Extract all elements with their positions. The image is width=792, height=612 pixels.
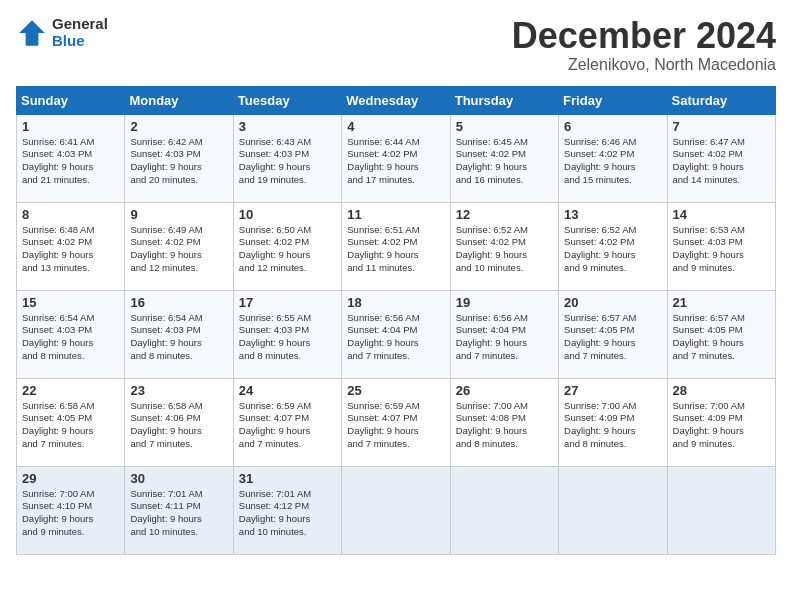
calendar-cell: 31Sunrise: 7:01 AMSunset: 4:12 PMDayligh… <box>233 466 341 554</box>
calendar-cell: 8Sunrise: 6:48 AMSunset: 4:02 PMDaylight… <box>17 202 125 290</box>
location-title: Zelenikovo, North Macedonia <box>512 56 776 74</box>
cell-line: and 10 minutes. <box>130 526 227 539</box>
cell-line: Sunset: 4:02 PM <box>239 236 336 249</box>
logo-text: General Blue <box>52 16 108 49</box>
cell-line: Daylight: 9 hours <box>456 249 553 262</box>
calendar-cell: 1Sunrise: 6:41 AMSunset: 4:03 PMDaylight… <box>17 114 125 202</box>
cell-line: and 10 minutes. <box>456 262 553 275</box>
cell-line: Sunrise: 6:57 AM <box>673 312 770 325</box>
cell-line: Sunset: 4:09 PM <box>673 412 770 425</box>
cell-line: Daylight: 9 hours <box>130 249 227 262</box>
cell-line: Daylight: 9 hours <box>673 425 770 438</box>
cell-line: Sunrise: 6:52 AM <box>456 224 553 237</box>
logo: General Blue <box>16 16 108 49</box>
cell-line: Sunset: 4:02 PM <box>456 148 553 161</box>
calendar-cell: 25Sunrise: 6:59 AMSunset: 4:07 PMDayligh… <box>342 378 450 466</box>
header-sunday: Sunday <box>17 86 125 114</box>
cell-line: Daylight: 9 hours <box>347 161 444 174</box>
day-number: 11 <box>347 207 444 222</box>
cell-line: and 7 minutes. <box>456 350 553 363</box>
cell-line: Daylight: 9 hours <box>456 161 553 174</box>
cell-line: and 11 minutes. <box>347 262 444 275</box>
cell-line: Sunrise: 7:00 AM <box>456 400 553 413</box>
cell-line: Sunset: 4:08 PM <box>456 412 553 425</box>
day-number: 22 <box>22 383 119 398</box>
cell-line: Sunset: 4:03 PM <box>673 236 770 249</box>
calendar-cell <box>559 466 667 554</box>
cell-line: and 19 minutes. <box>239 174 336 187</box>
calendar-cell: 17Sunrise: 6:55 AMSunset: 4:03 PMDayligh… <box>233 290 341 378</box>
cell-line: Sunset: 4:03 PM <box>239 324 336 337</box>
cell-line: Sunset: 4:02 PM <box>347 236 444 249</box>
cell-line: Sunrise: 6:43 AM <box>239 136 336 149</box>
cell-line: Sunrise: 6:47 AM <box>673 136 770 149</box>
cell-line: Daylight: 9 hours <box>456 425 553 438</box>
cell-line: Daylight: 9 hours <box>239 513 336 526</box>
day-number: 19 <box>456 295 553 310</box>
cell-line: Daylight: 9 hours <box>673 337 770 350</box>
calendar-cell: 16Sunrise: 6:54 AMSunset: 4:03 PMDayligh… <box>125 290 233 378</box>
cell-line: Sunrise: 6:58 AM <box>22 400 119 413</box>
cell-line: Sunrise: 6:56 AM <box>347 312 444 325</box>
day-number: 14 <box>673 207 770 222</box>
calendar-cell: 15Sunrise: 6:54 AMSunset: 4:03 PMDayligh… <box>17 290 125 378</box>
calendar-cell: 13Sunrise: 6:52 AMSunset: 4:02 PMDayligh… <box>559 202 667 290</box>
day-number: 8 <box>22 207 119 222</box>
cell-line: Sunrise: 7:01 AM <box>130 488 227 501</box>
month-title: December 2024 <box>512 16 776 56</box>
cell-line: and 14 minutes. <box>673 174 770 187</box>
calendar-cell: 4Sunrise: 6:44 AMSunset: 4:02 PMDaylight… <box>342 114 450 202</box>
cell-line: Daylight: 9 hours <box>239 161 336 174</box>
cell-line: and 9 minutes. <box>673 262 770 275</box>
cell-line: Sunrise: 6:44 AM <box>347 136 444 149</box>
cell-line: Sunrise: 6:56 AM <box>456 312 553 325</box>
cell-line: and 8 minutes. <box>564 438 661 451</box>
header-wednesday: Wednesday <box>342 86 450 114</box>
cell-line: Daylight: 9 hours <box>130 425 227 438</box>
cell-line: Sunrise: 6:53 AM <box>673 224 770 237</box>
cell-line: Daylight: 9 hours <box>22 161 119 174</box>
calendar-table: SundayMondayTuesdayWednesdayThursdayFrid… <box>16 86 776 555</box>
cell-line: and 8 minutes. <box>22 350 119 363</box>
calendar-cell: 23Sunrise: 6:58 AMSunset: 4:06 PMDayligh… <box>125 378 233 466</box>
day-number: 6 <box>564 119 661 134</box>
week-row-5: 29Sunrise: 7:00 AMSunset: 4:10 PMDayligh… <box>17 466 776 554</box>
day-number: 28 <box>673 383 770 398</box>
day-number: 31 <box>239 471 336 486</box>
cell-line: Sunrise: 6:54 AM <box>22 312 119 325</box>
cell-line: Sunrise: 6:50 AM <box>239 224 336 237</box>
logo-general-text: General <box>52 16 108 33</box>
cell-line: Sunset: 4:09 PM <box>564 412 661 425</box>
cell-line: Sunset: 4:07 PM <box>239 412 336 425</box>
cell-line: Sunrise: 6:52 AM <box>564 224 661 237</box>
day-number: 18 <box>347 295 444 310</box>
calendar-cell <box>667 466 775 554</box>
day-number: 23 <box>130 383 227 398</box>
calendar-cell: 10Sunrise: 6:50 AMSunset: 4:02 PMDayligh… <box>233 202 341 290</box>
cell-line: and 8 minutes. <box>456 438 553 451</box>
calendar-cell: 29Sunrise: 7:00 AMSunset: 4:10 PMDayligh… <box>17 466 125 554</box>
day-number: 13 <box>564 207 661 222</box>
cell-line: Daylight: 9 hours <box>564 425 661 438</box>
cell-line: and 7 minutes. <box>22 438 119 451</box>
cell-line: Sunrise: 6:51 AM <box>347 224 444 237</box>
cell-line: and 9 minutes. <box>673 438 770 451</box>
cell-line: and 7 minutes. <box>564 350 661 363</box>
calendar-cell: 18Sunrise: 6:56 AMSunset: 4:04 PMDayligh… <box>342 290 450 378</box>
cell-line: and 7 minutes. <box>347 350 444 363</box>
cell-line: Daylight: 9 hours <box>347 425 444 438</box>
day-number: 7 <box>673 119 770 134</box>
cell-line: Sunrise: 6:41 AM <box>22 136 119 149</box>
cell-line: and 8 minutes. <box>130 350 227 363</box>
day-number: 30 <box>130 471 227 486</box>
cell-line: Sunset: 4:03 PM <box>130 148 227 161</box>
cell-line: and 20 minutes. <box>130 174 227 187</box>
cell-line: Daylight: 9 hours <box>239 337 336 350</box>
week-row-3: 15Sunrise: 6:54 AMSunset: 4:03 PMDayligh… <box>17 290 776 378</box>
cell-line: Sunrise: 6:58 AM <box>130 400 227 413</box>
cell-line: Sunset: 4:12 PM <box>239 500 336 513</box>
cell-line: Daylight: 9 hours <box>239 249 336 262</box>
day-number: 21 <box>673 295 770 310</box>
day-number: 4 <box>347 119 444 134</box>
day-number: 1 <box>22 119 119 134</box>
